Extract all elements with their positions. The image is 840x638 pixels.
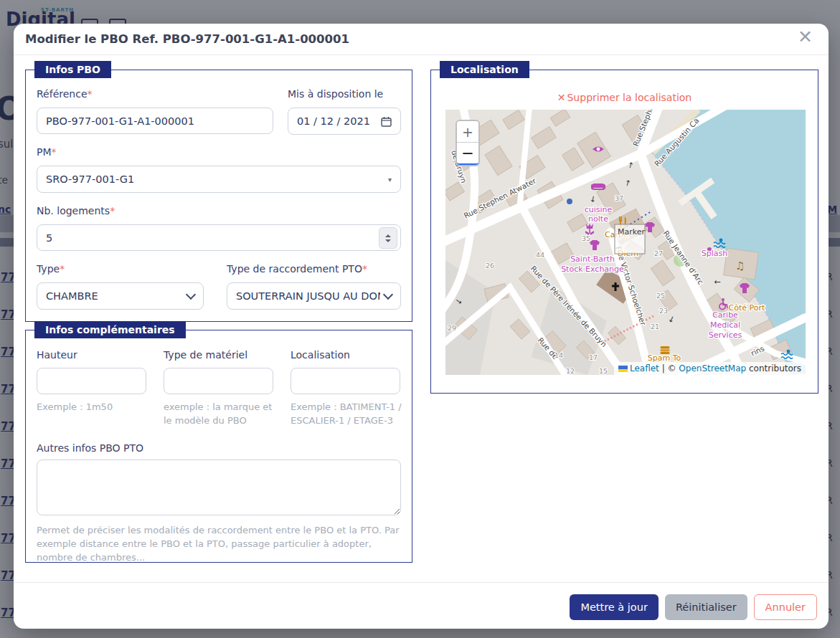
- poi-label: cuisine: [585, 205, 613, 214]
- type-raccordement-label: Type de raccordement PTO*: [227, 263, 367, 275]
- svg-text:37: 37: [615, 194, 623, 202]
- autres-infos-help: Permet de préciser les modalités de racc…: [37, 524, 401, 565]
- autres-infos-label: Autres infos PBO PTO: [37, 442, 143, 454]
- svg-text:15: 15: [599, 367, 608, 375]
- type-label: Type*: [37, 263, 65, 275]
- reference-label: Référence*: [37, 88, 93, 100]
- sofa-icon: [591, 184, 605, 190]
- svg-text:25: 25: [656, 292, 665, 300]
- reset-button[interactable]: Réinitialiser: [665, 594, 747, 620]
- svg-text:21: 21: [651, 323, 659, 330]
- svg-text:14: 14: [555, 351, 563, 359]
- chevron-down-icon: [186, 290, 196, 300]
- chevron-down-icon: [383, 290, 393, 300]
- type-raccordement-value: SOUTERRAIN JUSQU AU DOM: [236, 290, 380, 302]
- localisation-legend: Localisation: [440, 61, 529, 78]
- svg-text:23: 23: [659, 307, 668, 315]
- infos-pbo-legend: Infos PBO: [34, 61, 111, 78]
- svg-text:17: 17: [589, 353, 598, 361]
- calendar-icon[interactable]: [381, 116, 392, 127]
- nb-logements-field[interactable]: [37, 224, 401, 251]
- poi-label: Medical: [710, 320, 740, 330]
- map-marker[interactable]: Marker: [615, 224, 645, 254]
- type-materiel-label: Type de matériel: [164, 349, 247, 361]
- osm-link[interactable]: OpenStreetMap: [679, 363, 746, 373]
- nb-logements-label: Nb. logements*: [37, 205, 115, 216]
- remove-localisation-link[interactable]: ✕Supprimer la localisation: [431, 92, 818, 103]
- poi-label: Splash: [702, 249, 727, 258]
- copyright-sign: ©: [668, 363, 676, 373]
- localisation-fieldset: Localisation ✕Supprimer la localisation: [430, 70, 818, 394]
- date-value: 01 / 12 / 2021: [297, 115, 381, 127]
- localisation-help: Exemple : BATIMENT-1 / ESCALIER-1 / ETAG…: [291, 401, 405, 428]
- dropdown-arrow-icon: ▾: [388, 176, 392, 184]
- type-select[interactable]: CHAMBRE: [37, 282, 204, 310]
- map-zoom-control: + −: [456, 120, 480, 166]
- infos-complementaires-legend: Infos complémentaires: [34, 321, 186, 338]
- hauteur-field[interactable]: [37, 368, 146, 394]
- date-field[interactable]: 01 / 12 / 2021: [288, 108, 401, 135]
- hauteur-help: Exemple : 1m50: [37, 401, 148, 414]
- pm-label: PM*: [37, 146, 57, 158]
- localisation-label: Localisation: [291, 349, 350, 361]
- poi-label: Stock Exchange: [561, 265, 624, 274]
- svg-text:26: 26: [486, 262, 494, 270]
- cancel-button[interactable]: Annuler: [754, 594, 817, 620]
- zoom-out-button[interactable]: −: [457, 142, 478, 165]
- delete-x-icon: ✕: [557, 92, 566, 103]
- poi-label: Caribe: [712, 310, 738, 320]
- poi-label: Saint-Barth: [570, 254, 615, 264]
- type-raccordement-select[interactable]: SOUTERRAIN JUSQU AU DOM: [227, 282, 401, 310]
- number-stepper-icon[interactable]: [379, 227, 397, 249]
- pm-value: SRO-977-001-G1: [46, 173, 384, 185]
- ukraine-flag-icon: [618, 366, 628, 372]
- infos-pbo-fieldset: Infos PBO Référence* Mis à disposition l…: [25, 70, 412, 322]
- hauteur-label: Hauteur: [37, 349, 77, 361]
- svg-text:27: 27: [654, 249, 663, 257]
- music-note-icon: ♫: [735, 260, 745, 272]
- pm-select[interactable]: SRO-977-001-G1 ▾: [37, 166, 401, 193]
- leaflet-map[interactable]: Rue Stephen Atwater Rue Stephen Rue Augu…: [445, 110, 806, 375]
- zoom-in-button[interactable]: +: [457, 121, 478, 142]
- attribution-suffix: contributors: [749, 363, 801, 373]
- poi-label: Services: [709, 330, 742, 340]
- attribution-separator: |: [662, 363, 665, 373]
- edit-pbo-modal: Modifier le PBO Ref. PBO-977-001-G1-A1-0…: [14, 24, 829, 629]
- svg-text:12: 12: [566, 367, 575, 375]
- svg-text:Marker: Marker: [618, 227, 645, 237]
- type-materiel-help: exemple : la marque et le modèle du PBO: [164, 401, 278, 428]
- blue-dot-poi: [567, 199, 572, 204]
- type-value: CHAMBRE: [46, 290, 183, 302]
- modal-header: Modifier le PBO Ref. PBO-977-001-G1-A1-0…: [14, 24, 829, 55]
- leaflet-link[interactable]: Leaflet: [630, 363, 659, 373]
- update-button[interactable]: Mettre à jour: [570, 594, 659, 620]
- svg-text:→: →: [714, 277, 721, 287]
- close-icon[interactable]: ✕: [798, 28, 813, 46]
- infos-complementaires-fieldset: Infos complémentaires Hauteur Exemple : …: [25, 330, 412, 563]
- autres-infos-field[interactable]: [37, 460, 401, 515]
- mis-a-disposition-label: Mis à disposition le: [288, 88, 383, 100]
- svg-text:35: 35: [582, 234, 590, 242]
- map-canvas[interactable]: Rue Stephen Atwater Rue Stephen Rue Augu…: [445, 110, 806, 375]
- poi-label: nolte: [588, 214, 608, 224]
- modal-title: Modifier le PBO Ref. PBO-977-001-G1-A1-0…: [25, 32, 349, 46]
- map-attribution: Leaflet | © OpenStreetMap contributors: [614, 362, 806, 375]
- localisation-field[interactable]: [291, 368, 400, 394]
- svg-text:29: 29: [448, 324, 456, 332]
- svg-text:44: 44: [536, 251, 544, 259]
- reference-field[interactable]: [37, 108, 273, 134]
- modal-footer: Mettre à jour Réinitialiser Annuler: [14, 582, 829, 629]
- type-materiel-field[interactable]: [164, 368, 273, 394]
